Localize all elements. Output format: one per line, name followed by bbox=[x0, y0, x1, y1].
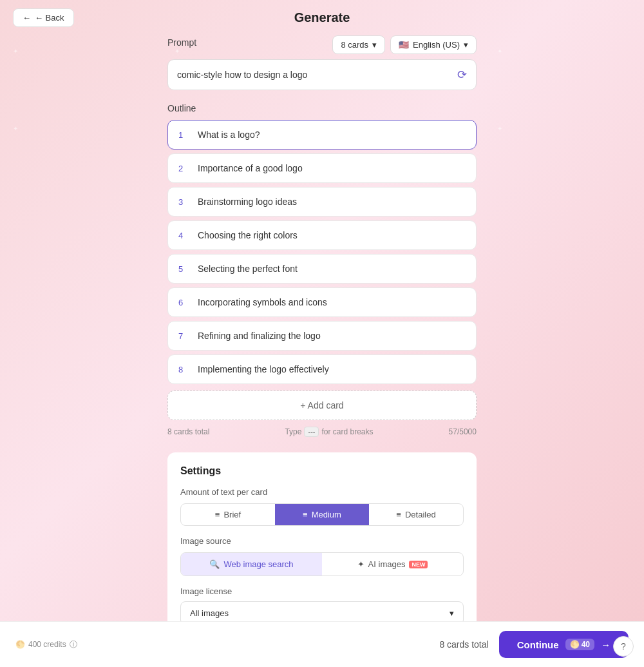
outline-item[interactable]: 5Selecting the perfect font bbox=[167, 254, 477, 284]
refresh-icon[interactable]: ⟳ bbox=[457, 68, 467, 82]
back-label: ← Back bbox=[35, 13, 64, 23]
settings-title: Settings bbox=[180, 465, 464, 477]
prompt-label: Prompt bbox=[167, 37, 196, 48]
credits-info-icon[interactable]: ⓘ bbox=[70, 639, 77, 650]
chevron-down-icon-lang: ▾ bbox=[464, 40, 468, 50]
item-number: 4 bbox=[178, 231, 189, 240]
settings-section: Settings Amount of text per card ≡ Brief… bbox=[167, 452, 477, 638]
item-number: 8 bbox=[178, 365, 189, 374]
search-icon: 🔍 bbox=[209, 559, 220, 569]
medium-label: Medium bbox=[312, 510, 341, 519]
add-card-button[interactable]: + Add card bbox=[167, 391, 477, 420]
outline-list: 1What is a logo?2Importance of a good lo… bbox=[167, 120, 477, 384]
cards-dropdown[interactable]: 8 cards ▾ bbox=[332, 35, 385, 54]
item-text: Importance of a good logo bbox=[198, 163, 303, 173]
credits-icon: 🌕 bbox=[15, 640, 25, 649]
item-text: Implementing the logo effectively bbox=[198, 364, 329, 374]
ai-image-option[interactable]: ✦ AI images NEW bbox=[322, 553, 463, 575]
item-number: 5 bbox=[178, 264, 189, 274]
back-arrow-icon: ← bbox=[23, 13, 31, 23]
footer-mid-prefix: Type bbox=[285, 427, 301, 436]
continue-cost: 40 bbox=[582, 640, 590, 649]
outline-item[interactable]: 7Refining and finalizing the logo bbox=[167, 321, 477, 351]
back-button[interactable]: ← ← Back bbox=[13, 8, 74, 27]
language-dropdown[interactable]: 🇺🇸 English (US) ▾ bbox=[390, 35, 477, 54]
item-number: 7 bbox=[178, 331, 189, 341]
item-text: Refining and finalizing the logo bbox=[198, 331, 321, 341]
brief-option[interactable]: ≡ Brief bbox=[181, 504, 275, 525]
detailed-icon: ≡ bbox=[396, 510, 401, 519]
item-text: Choosing the right colors bbox=[198, 230, 298, 240]
continue-arrow-icon: → bbox=[601, 639, 611, 650]
help-button[interactable]: ? bbox=[613, 636, 634, 657]
image-source-label: Image source bbox=[180, 536, 464, 546]
flag-icon: 🇺🇸 bbox=[399, 40, 409, 50]
outline-item[interactable]: 4Choosing the right colors bbox=[167, 220, 477, 250]
item-number: 3 bbox=[178, 197, 189, 207]
credits-label: 400 credits bbox=[28, 640, 66, 649]
text-per-card-label: Amount of text per card bbox=[180, 487, 464, 497]
footer-mid: Type --- for card breaks bbox=[285, 427, 373, 437]
continue-button[interactable]: Continue 🌕 40 → bbox=[499, 631, 629, 658]
continue-badge: 🌕 40 bbox=[565, 639, 594, 650]
ai-icon: ✦ bbox=[357, 559, 365, 569]
prompt-text: comic-style how to design a logo bbox=[177, 70, 307, 80]
item-text: What is a logo? bbox=[198, 130, 260, 140]
outline-footer: 8 cards total Type --- for card breaks 5… bbox=[167, 427, 477, 437]
language-dropdown-value: English (US) bbox=[413, 40, 460, 50]
char-count: 57/5000 bbox=[449, 427, 477, 436]
image-license-value: All images bbox=[190, 608, 229, 618]
item-number: 1 bbox=[178, 130, 189, 140]
detailed-label: Detailed bbox=[405, 510, 436, 519]
item-text: Selecting the perfect font bbox=[198, 264, 298, 274]
outline-label: Outline bbox=[167, 103, 477, 113]
medium-option[interactable]: ≡ Medium bbox=[275, 504, 369, 525]
new-badge: NEW bbox=[409, 561, 428, 568]
footer-mid-suffix: for card breaks bbox=[321, 427, 373, 436]
outline-item[interactable]: 3Brainstorming logo ideas bbox=[167, 187, 477, 217]
brief-label: Brief bbox=[223, 510, 241, 519]
outline-item[interactable]: 2Importance of a good logo bbox=[167, 153, 477, 183]
image-license-label: Image license bbox=[180, 586, 464, 596]
bottom-cards-total: 8 cards total bbox=[439, 639, 488, 650]
item-text: Brainstorming logo ideas bbox=[198, 197, 297, 207]
chevron-down-icon-license: ▾ bbox=[450, 608, 454, 618]
chevron-down-icon: ▾ bbox=[372, 40, 377, 50]
item-number: 2 bbox=[178, 164, 189, 173]
medium-icon: ≡ bbox=[303, 510, 308, 519]
bottom-bar: 🌕 400 credits ⓘ 8 cards total Continue 🌕… bbox=[0, 621, 644, 667]
ai-image-label: AI images bbox=[368, 559, 406, 569]
cards-dropdown-value: 8 cards bbox=[341, 40, 368, 50]
outline-item[interactable]: 6Incorporating symbols and icons bbox=[167, 287, 477, 317]
image-source-toggle: 🔍 Web image search ✦ AI images NEW bbox=[180, 552, 464, 576]
dash-badge: --- bbox=[304, 427, 319, 437]
brief-icon: ≡ bbox=[215, 510, 220, 519]
prompt-input-container: comic-style how to design a logo ⟳ bbox=[167, 59, 477, 90]
outline-item[interactable]: 1What is a logo? bbox=[167, 120, 477, 150]
web-image-option[interactable]: 🔍 Web image search bbox=[181, 553, 322, 575]
web-image-label: Web image search bbox=[223, 559, 293, 569]
detailed-option[interactable]: ≡ Detailed bbox=[369, 504, 463, 525]
item-number: 6 bbox=[178, 298, 189, 307]
page-title: Generate bbox=[294, 10, 350, 25]
item-text: Incorporating symbols and icons bbox=[198, 297, 327, 307]
cards-total-footer: 8 cards total bbox=[167, 427, 209, 436]
text-amount-toggle: ≡ Brief ≡ Medium ≡ Detailed bbox=[180, 503, 464, 526]
coin-icon: 🌕 bbox=[570, 640, 580, 649]
continue-label: Continue bbox=[517, 639, 559, 650]
outline-item[interactable]: 8Implementing the logo effectively bbox=[167, 354, 477, 384]
